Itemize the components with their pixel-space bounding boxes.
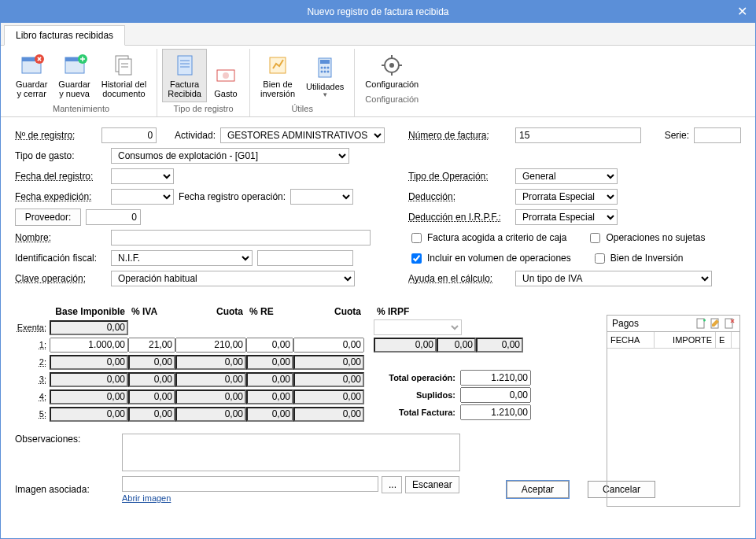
num-factura-input[interactable] <box>515 127 641 143</box>
ident-fiscal-type-select[interactable]: N.I.F. <box>111 250 253 266</box>
r2-cre[interactable] <box>293 355 364 370</box>
n-registro-input[interactable] <box>101 127 157 143</box>
group-caption-config: Configuración <box>365 93 419 107</box>
r2-base[interactable] <box>50 355 128 370</box>
history-button[interactable]: Historial del documento <box>96 49 152 102</box>
label-actividad: Actividad: <box>175 130 216 141</box>
label-fecha-registro: Fecha del registro: <box>15 171 106 182</box>
r2-piva[interactable] <box>128 355 175 370</box>
chk-op-no-sujetas-box[interactable] <box>590 233 600 243</box>
pagos-edit-icon[interactable] <box>710 318 721 329</box>
fecha-registro-input[interactable] <box>111 168 174 184</box>
investment-icon <box>265 53 290 78</box>
gasto-button[interactable]: Gasto <box>207 49 245 102</box>
deduccion-irpf-select[interactable]: Prorrata Especial <box>515 209 618 225</box>
tipo-operacion-select[interactable]: General <box>515 168 618 184</box>
svg-point-22 <box>321 71 323 73</box>
suplidos[interactable] <box>460 387 531 403</box>
svg-point-21 <box>327 67 330 69</box>
save-close-button[interactable]: Guardar y cerrar <box>10 49 53 102</box>
ayuda-calculo-select[interactable]: Un tipo de IVA <box>515 271 712 286</box>
chk-factura-caja[interactable]: Factura acogida a criterio de caja <box>408 231 566 246</box>
pagos-new-icon[interactable] <box>695 318 706 329</box>
abrir-imagen-link[interactable]: Abrir imagen <box>122 493 459 503</box>
hdr-piva: % IVA <box>128 305 175 319</box>
r3-piva[interactable] <box>128 372 175 387</box>
save-new-icon <box>62 53 87 78</box>
r2-pre[interactable] <box>246 355 293 370</box>
configuracion-button[interactable]: Configuración <box>360 49 424 93</box>
chk-bien-inversion[interactable]: Bien de Inversión <box>592 251 684 266</box>
irpf-cuota[interactable] <box>476 338 523 353</box>
r3-cuota[interactable] <box>175 372 246 387</box>
chk-bien-inversion-box[interactable] <box>595 253 605 264</box>
label-ident-fiscal: Identificación fiscal: <box>15 253 106 264</box>
observaciones-textarea[interactable] <box>122 434 460 471</box>
r5-base[interactable] <box>50 407 128 422</box>
imagen-asociada-input[interactable] <box>122 476 378 492</box>
svg-point-24 <box>327 71 330 73</box>
r1-pre[interactable] <box>246 338 293 353</box>
pagos-body <box>607 349 739 506</box>
label-num-factura: Número de factura: <box>408 130 511 141</box>
total-op[interactable] <box>460 370 531 386</box>
proveedor-input[interactable] <box>86 209 141 225</box>
irpf-base[interactable] <box>374 338 437 353</box>
ribbon-group-utiles: Bien de inversión Utilidades ▼ Útiles <box>250 49 355 116</box>
r3-base[interactable] <box>50 372 128 387</box>
r5-pre[interactable] <box>246 407 293 422</box>
r3-pre[interactable] <box>246 372 293 387</box>
nombre-input[interactable] <box>111 230 371 246</box>
chk-incluir-vol[interactable]: Incluir en volumen de operaciones <box>408 251 571 266</box>
chk-factura-caja-box[interactable] <box>411 233 422 243</box>
aceptar-button[interactable]: Aceptar <box>507 481 569 498</box>
total-fact[interactable] <box>460 404 531 420</box>
r1-base[interactable] <box>50 338 128 353</box>
clave-op-select[interactable]: Operación habitual <box>111 271 355 286</box>
escanear-button[interactable]: Escanear <box>405 476 459 493</box>
chk-incluir-vol-box[interactable] <box>411 253 422 264</box>
proveedor-button[interactable]: Proveedor: <box>15 209 81 226</box>
utilidades-button[interactable]: Utilidades ▼ <box>301 49 349 102</box>
r5-cre[interactable] <box>293 407 364 422</box>
deduccion-select[interactable]: Prorrata Especial <box>515 189 618 205</box>
irpf-pctv[interactable] <box>437 338 476 353</box>
pagos-title: Pagos <box>612 318 639 329</box>
r3-cre[interactable] <box>293 372 364 387</box>
r4-base[interactable] <box>50 389 128 404</box>
actividad-select[interactable]: GESTORES ADMINISTRATIVOS <box>220 127 385 143</box>
browse-image-button[interactable]: ... <box>382 476 402 493</box>
group-caption-mantenimiento: Mantenimiento <box>53 102 109 116</box>
r4-pre[interactable] <box>246 389 293 404</box>
tipo-gasto-select[interactable]: Consumos de explotación - [G01] <box>111 148 349 164</box>
fecha-expedicion-input[interactable] <box>111 189 174 205</box>
lbl-exenta: Exenta: <box>15 323 50 332</box>
r1-cre[interactable] <box>293 338 364 353</box>
pagos-col-e: E <box>716 332 732 348</box>
tab-libro-facturas[interactable]: Libro facturas recibidas <box>4 25 125 46</box>
factura-recibida-button[interactable]: Factura Recibida <box>162 49 207 102</box>
fecha-reg-op-input[interactable] <box>290 189 353 205</box>
pagos-delete-icon[interactable] <box>724 318 735 329</box>
r5-piva[interactable] <box>128 407 175 422</box>
r4-piva[interactable] <box>128 389 175 404</box>
r4-cuota[interactable] <box>175 389 246 404</box>
label-fecha-reg-op: Fecha registro operación: <box>179 191 286 202</box>
label-imagen-asociada: Imagen asociada: <box>15 484 122 495</box>
r1-cuota[interactable] <box>175 338 246 353</box>
close-icon[interactable]: ✕ <box>737 4 747 19</box>
r4-cre[interactable] <box>293 389 364 404</box>
chk-op-no-sujetas[interactable]: Operaciones no sujetas <box>587 231 705 246</box>
ribbon-group-tipo-registro: Factura Recibida Gasto Tipo de registro <box>157 49 250 116</box>
bien-inversion-button[interactable]: Bien de inversión <box>255 49 301 102</box>
save-new-button[interactable]: Guardar y nueva <box>53 49 95 102</box>
serie-input[interactable] <box>694 127 741 143</box>
r2-cuota[interactable] <box>175 355 246 370</box>
exenta-base[interactable] <box>50 320 128 335</box>
ident-fiscal-num-input[interactable] <box>257 250 353 266</box>
label-observaciones: Observaciones: <box>15 434 122 471</box>
lbl-2: 2: <box>15 357 50 367</box>
hdr-base: Base Imponible <box>50 305 128 319</box>
r5-cuota[interactable] <box>175 407 246 422</box>
r1-piva[interactable] <box>128 338 175 353</box>
